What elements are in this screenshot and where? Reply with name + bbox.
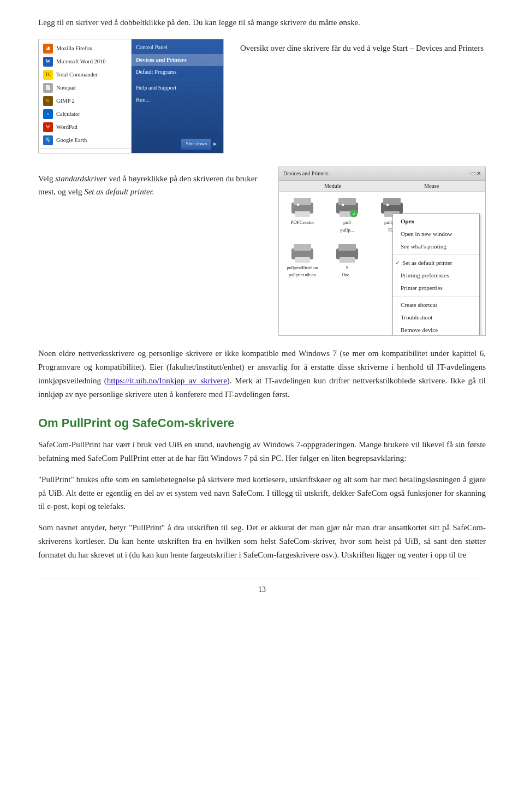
pull1-icon: ✓ [334,196,360,218]
page-number: 13 [38,578,486,596]
default-printer-paragraph: Velg standardskriver ved å høyreklikke p… [38,172,262,198]
firefox-label: Mozilla Firefox [56,44,92,53]
earth-label: Google Earth [56,136,87,145]
gimp-icon: G [43,96,53,106]
control-panel-item: Control Panel [132,42,223,54]
svg-rect-18 [338,244,356,251]
devices-header-controls: – □ ✕ [468,169,481,178]
body-para-1: Noen eldre nettverksskrivere og personli… [38,347,486,401]
ctx-open: Open [393,215,479,228]
firefox-icon: ◕ [43,44,53,54]
set-default-italic: Set as default printer. [84,187,154,196]
word-label: Microsoft Word 2010 [56,57,106,66]
caption-start-menu: Oversikt over dine skrivere får du ved å… [240,39,486,55]
devices-printers-screenshot: Devices and Printers – □ ✕ Module Mouse [278,167,486,336]
pullprint-safecom-heading: Om PullPrint og SafeCom-skrivere [38,414,486,432]
start-menu-screenshot: ◕ Mozilla Firefox W Microsoft Word 2010 … [38,39,224,153]
s-one-label: SOne... [342,265,352,278]
gimp-label: GIMP 2 [56,97,75,105]
svg-rect-13 [386,204,389,206]
all-programs-label: ► All Programs [43,152,81,153]
body-para-3: "PullPrint" brukes ofte som en samlebete… [38,473,486,513]
start-item-calc: ≈ Calculator [39,108,131,121]
start-item-commander: TC Total Commander [39,68,131,81]
svg-rect-16 [295,257,310,263]
run-item: Run... [132,94,223,106]
module-header: Module [283,182,382,191]
standardskriver-italic: standardskriver [55,174,106,183]
caption-start-menu-text: Oversikt over dine skrivere får du ved å… [240,42,486,55]
start-item-wordpad: W WordPad [39,121,131,134]
ctx-see-printing: See what's printing [393,240,479,253]
ctx-troubleshoot: Troubleshoot [393,311,479,324]
svg-text:✓: ✓ [352,212,356,217]
svg-rect-7 [342,204,344,206]
help-support-item: Help and Support [132,82,223,94]
devices-body: PDFCreator ✓ pullpullp... [279,192,485,336]
word-icon: W [43,57,53,67]
body-para-4: Som navnet antyder, betyr "PullPrint" å … [38,521,486,561]
svg-rect-15 [294,244,311,251]
earth-icon: 🌎 [43,135,53,145]
start-item-notepad: 📄 Notepad [39,81,131,94]
start-item-earth: 🌎 Google Earth [39,134,131,147]
notepad-label: Notepad [56,84,76,92]
top-text: Legg til en skriver ved å dobbeltklikke … [38,16,486,29]
ctx-open-new-window: Open in new window [393,228,479,240]
devices-header: Devices and Printers – □ ✕ [279,167,485,181]
svg-rect-3 [297,204,299,206]
device-pull1: ✓ pullpullp... [328,196,366,234]
commander-icon: TC [43,70,53,80]
calc-icon: ≈ [43,109,53,119]
start-item-word: W Microsoft Word 2010 [39,55,131,68]
ctx-set-default: Set as default printer [393,257,479,269]
start-item-gimp: G GIMP 2 [39,94,131,108]
device-pdfcreator: PDFCreator [283,196,321,227]
pullprintricoh-label: pullprintRicoh onpullprint.uib.no [287,265,318,278]
svg-rect-11 [383,198,401,205]
default-programs-item: Default Programs [132,66,223,78]
context-menu: Open Open in new window See what's print… [392,214,480,336]
ctx-remove-device: Remove device [393,324,479,336]
svg-rect-1 [294,198,311,205]
ctx-create-shortcut: Create shortcut [393,299,479,311]
calc-label: Calculator [56,110,80,118]
device-pullprintricoh: pullprintRicoh onpullprint.uib.no [283,242,321,278]
innkjop-link[interactable]: https://it.uib.no/Innkjøp_av_skrivere [107,376,227,385]
start-all-programs: ► All Programs [39,151,131,153]
mouse-header: Mouse [382,182,481,191]
s-one-icon [334,242,360,264]
svg-rect-19 [340,257,355,263]
pdfcreator-icon [289,196,315,218]
wordpad-label: WordPad [56,123,78,132]
devices-printers-item: Devices and Printers [132,54,223,66]
commander-label: Total Commander [56,70,98,79]
devices-title: Devices and Printers [283,169,329,178]
ctx-printing-prefs: Printing preferences [393,269,479,282]
pullprintricoh-icon [289,242,315,264]
wordpad-icon: W [43,122,53,132]
device-s-one: SOne... [328,242,366,278]
shutdown-button: Shut down [181,138,212,150]
svg-rect-2 [295,211,310,217]
devices-main-area: PDFCreator ✓ pullpullp... [279,192,485,336]
start-item-firefox: ◕ Mozilla Firefox [39,42,131,55]
ctx-printer-props: Printer properties [393,282,479,294]
notepad-icon: 📄 [43,83,53,93]
pull1-label: pullpullp... [340,219,354,234]
default-printer-text: Velg standardskriver ved å høyreklikke p… [38,167,262,198]
svg-rect-5 [338,198,356,205]
pdfcreator-label: PDFCreator [290,219,314,227]
body-para-2: SafeCom-PullPrint har vært i bruk ved Ui… [38,438,486,465]
